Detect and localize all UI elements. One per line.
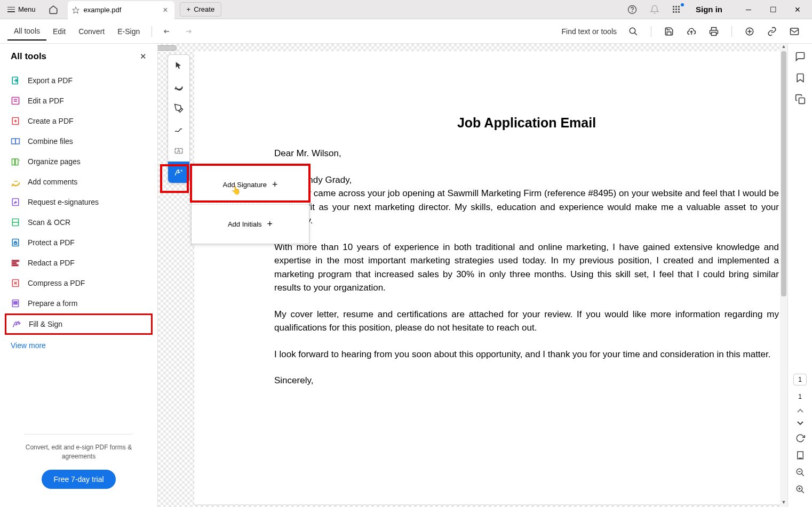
share-button[interactable]: [784, 22, 805, 41]
free-trial-button[interactable]: Free 7-day trial: [42, 470, 115, 489]
page-icon: [795, 450, 805, 460]
toolbar-right: Find text or tools: [562, 22, 805, 41]
scroll-thumb[interactable]: [781, 51, 786, 296]
menu-button[interactable]: Menu: [2, 3, 41, 15]
zoom-out-button[interactable]: [795, 468, 805, 477]
total-pages: 1: [798, 393, 802, 400]
document-area: Job Application Email Dear Mr. Wilson, D…: [158, 44, 812, 507]
tool-item-compress[interactable]: Compress a PDF: [0, 273, 157, 293]
scroll-down-arrow[interactable]: ▼: [780, 500, 787, 507]
svg-rect-42: [14, 302, 18, 303]
redact-icon: [11, 258, 20, 268]
tool-item-fillsign[interactable]: Fill & Sign: [5, 313, 153, 335]
comment-icon: [11, 177, 20, 187]
svg-rect-4: [675, 6, 677, 7]
copy-panel-button[interactable]: [795, 94, 806, 104]
tool-item-comment[interactable]: Add comments: [0, 172, 157, 192]
view-more-link[interactable]: View more: [0, 338, 157, 353]
form-icon: [11, 299, 20, 308]
tool-label: Fill & Sign: [29, 320, 62, 328]
footer-text: Convert, edit and e-sign PDF forms & agr…: [14, 443, 144, 461]
save-button[interactable]: [659, 22, 679, 41]
signin-button[interactable]: Sign in: [688, 3, 730, 16]
link-button[interactable]: [762, 22, 782, 41]
select-tool[interactable]: [168, 55, 189, 76]
tab-close-button[interactable]: ×: [161, 5, 170, 15]
tool-item-export[interactable]: Export a PDF: [0, 70, 157, 91]
redo-button[interactable]: [178, 25, 198, 38]
tool-item-protect[interactable]: Protect a PDF: [0, 232, 157, 253]
upload-button[interactable]: [681, 22, 702, 41]
sidebar-header: All tools ✕: [0, 51, 157, 67]
vertical-scrollbar[interactable]: ▲ ▼: [780, 44, 787, 507]
zoom-in-button[interactable]: [795, 485, 805, 494]
current-page-badge[interactable]: 1: [793, 374, 807, 385]
combine-icon: [11, 136, 20, 146]
cursor-icon: [174, 61, 183, 70]
text-tool[interactable]: A: [168, 140, 189, 162]
page-view-button[interactable]: [795, 450, 805, 460]
tool-item-scan[interactable]: Scan & OCR: [0, 212, 157, 232]
svg-rect-9: [673, 11, 674, 13]
scroll-up-arrow[interactable]: ▲: [780, 44, 787, 51]
search-icon: [628, 27, 638, 36]
close-window-button[interactable]: ✕: [785, 1, 810, 18]
tab-all-tools[interactable]: All tools: [7, 22, 46, 41]
svg-rect-7: [675, 9, 677, 10]
closing: Sincerely,: [274, 374, 779, 388]
tab-edit[interactable]: Edit: [46, 23, 72, 40]
create-button[interactable]: + Create: [180, 2, 222, 17]
home-button[interactable]: [43, 2, 63, 18]
comment-tool[interactable]: [168, 76, 189, 98]
search-button[interactable]: [623, 22, 643, 41]
minimize-button[interactable]: ─: [736, 1, 761, 18]
tool-item-edit[interactable]: Edit a PDF: [0, 91, 157, 111]
save-icon: [664, 27, 674, 36]
tool-label: Compress a PDF: [28, 279, 85, 287]
bookmark-panel-button[interactable]: [795, 73, 806, 83]
tool-item-create[interactable]: Create a PDF: [0, 111, 157, 131]
plus-icon: +: [272, 179, 278, 190]
undo-button[interactable]: [157, 25, 178, 38]
text-box-icon: A: [174, 146, 184, 156]
page-up-button[interactable]: [797, 408, 804, 413]
add-signature-label: Add Signature: [223, 181, 267, 189]
tool-label: Edit a PDF: [28, 96, 64, 105]
draw-tool[interactable]: [168, 119, 189, 140]
page-down-button[interactable]: [797, 421, 804, 426]
svg-rect-3: [673, 6, 674, 7]
sidebar-close-button[interactable]: ✕: [140, 52, 147, 61]
add-initials-item[interactable]: Add Initials +: [192, 205, 309, 244]
tool-item-redact[interactable]: Redact a PDF: [0, 253, 157, 273]
tab-convert[interactable]: Convert: [72, 23, 111, 40]
maximize-button[interactable]: ☐: [761, 1, 785, 18]
ai-button[interactable]: [739, 22, 760, 41]
tool-label: Add comments: [28, 178, 77, 186]
sidebar-title: All tools: [11, 51, 46, 62]
create-label: Create: [194, 5, 214, 13]
star-icon: [72, 6, 79, 14]
mail-icon: [790, 27, 799, 36]
create-icon: [11, 116, 20, 126]
scroll-handle[interactable]: [158, 45, 177, 51]
document-tab[interactable]: example.pdf ×: [68, 1, 174, 19]
tool-item-organize[interactable]: Organize pages: [0, 151, 157, 172]
tool-label: Prepare a form: [28, 299, 77, 308]
tool-item-combine[interactable]: Combine files: [0, 131, 157, 151]
separator: [152, 26, 152, 37]
right-rail: 1 1: [787, 44, 812, 507]
highlight-tool[interactable]: [168, 98, 189, 119]
tool-item-form[interactable]: Prepare a form: [0, 293, 157, 313]
sign-tool[interactable]: [168, 162, 189, 183]
help-button[interactable]: [622, 2, 642, 18]
notifications-button[interactable]: [644, 2, 665, 18]
chat-panel-button[interactable]: [795, 51, 806, 62]
tab-esign[interactable]: E-Sign: [111, 23, 146, 40]
print-button[interactable]: [704, 22, 724, 41]
apps-button[interactable]: [667, 2, 686, 17]
tool-item-request[interactable]: Request e-signatures: [0, 192, 157, 212]
add-signature-item[interactable]: Add Signature +: [192, 165, 309, 205]
svg-rect-37: [12, 260, 19, 261]
cloud-upload-icon: [687, 27, 696, 36]
rotate-button[interactable]: [795, 433, 805, 443]
